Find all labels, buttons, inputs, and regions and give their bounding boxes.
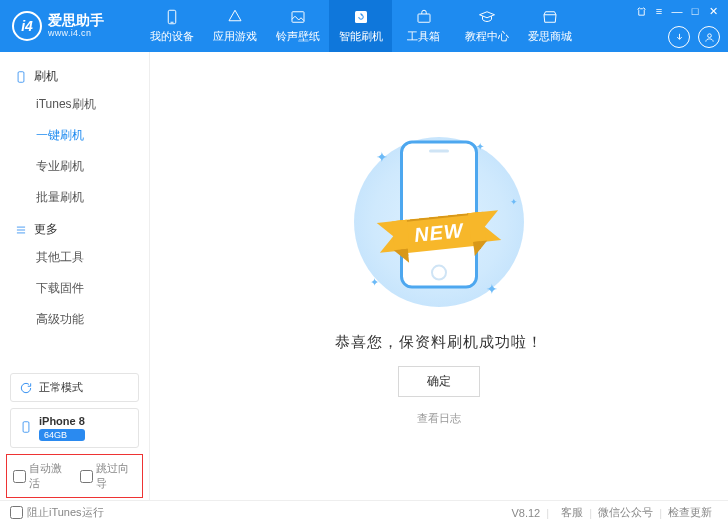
nav-tutorial[interactable]: 教程中心	[455, 0, 518, 52]
graduation-icon	[478, 8, 496, 26]
toolbox-icon	[415, 8, 433, 26]
phone-icon	[14, 70, 28, 84]
status-bar: 阻止iTunes运行 V8.12 | 客服 | 微信公众号 | 检查更新	[0, 500, 728, 524]
app-name: 爱思助手	[48, 13, 104, 28]
success-illustration: ✦✦✦✦✦ NEW	[319, 127, 559, 317]
sidebar-item-advanced[interactable]: 高级功能	[0, 304, 149, 335]
svg-rect-3	[355, 11, 367, 23]
svg-rect-4	[418, 14, 430, 22]
sidebar-item-pro[interactable]: 专业刷机	[0, 151, 149, 182]
wechat-link[interactable]: 微信公众号	[598, 505, 653, 520]
store-icon	[541, 8, 559, 26]
minimize-icon[interactable]: —	[670, 4, 684, 18]
device-name: iPhone 8	[39, 415, 85, 427]
mode-box[interactable]: 正常模式	[10, 373, 139, 402]
app-logo: i4 爱思助手 www.i4.cn	[12, 11, 140, 41]
app-url: www.i4.cn	[48, 29, 104, 39]
apps-icon	[226, 8, 244, 26]
nav-apps[interactable]: 应用游戏	[203, 0, 266, 52]
phone-icon	[19, 420, 33, 437]
title-bar: i4 爱思助手 www.i4.cn 我的设备 应用游戏 铃声壁纸 智能刷机 工具…	[0, 0, 728, 52]
sidebar-item-firmware[interactable]: 下载固件	[0, 273, 149, 304]
image-icon	[289, 8, 307, 26]
svg-rect-0	[168, 10, 176, 24]
refresh-icon	[352, 8, 370, 26]
nav-ringtone[interactable]: 铃声壁纸	[266, 0, 329, 52]
version-label: V8.12	[511, 507, 540, 519]
svg-rect-10	[23, 421, 29, 432]
maximize-icon[interactable]: □	[688, 4, 702, 18]
top-nav: 我的设备 应用游戏 铃声壁纸 智能刷机 工具箱 教程中心 爱思商城	[140, 0, 581, 52]
block-itunes-checkbox[interactable]: 阻止iTunes运行	[10, 505, 104, 520]
sidebar-item-other[interactable]: 其他工具	[0, 242, 149, 273]
menu-icon	[14, 223, 28, 237]
svg-rect-6	[18, 71, 24, 82]
sidebar: 刷机 iTunes刷机 一键刷机 专业刷机 批量刷机 更多 其他工具 下载固件 …	[0, 52, 150, 500]
options-highlight-box: 自动激活 跳过向导	[6, 454, 143, 498]
support-link[interactable]: 客服	[561, 505, 583, 520]
content-area: ✦✦✦✦✦ NEW 恭喜您，保资料刷机成功啦！ 确定 查看日志	[150, 52, 728, 500]
nav-store[interactable]: 爱思商城	[518, 0, 581, 52]
sidebar-item-itunes[interactable]: iTunes刷机	[0, 89, 149, 120]
skip-guide-checkbox[interactable]: 跳过向导	[80, 461, 137, 491]
view-log-link[interactable]: 查看日志	[417, 411, 461, 426]
success-message: 恭喜您，保资料刷机成功啦！	[335, 333, 543, 352]
confirm-button[interactable]: 确定	[398, 366, 480, 397]
nav-my-device[interactable]: 我的设备	[140, 0, 203, 52]
sidebar-group-flash: 刷机	[0, 60, 149, 89]
sidebar-group-more: 更多	[0, 213, 149, 242]
close-icon[interactable]: ✕	[706, 4, 720, 18]
nav-toolbox[interactable]: 工具箱	[392, 0, 455, 52]
update-link[interactable]: 检查更新	[668, 505, 712, 520]
svg-point-5	[707, 33, 711, 37]
download-icon[interactable]	[668, 26, 690, 48]
phone-icon	[163, 8, 181, 26]
logo-icon: i4	[12, 11, 42, 41]
user-icon[interactable]	[698, 26, 720, 48]
device-box[interactable]: iPhone 8 64GB	[10, 408, 139, 448]
storage-badge: 64GB	[39, 429, 85, 441]
reload-icon	[19, 381, 33, 395]
auto-activate-checkbox[interactable]: 自动激活	[13, 461, 70, 491]
skin-icon[interactable]	[634, 4, 648, 18]
menu-icon[interactable]: ≡	[652, 4, 666, 18]
sidebar-item-batch[interactable]: 批量刷机	[0, 182, 149, 213]
sidebar-item-oneclick[interactable]: 一键刷机	[0, 120, 149, 151]
window-controls: ≡ — □ ✕	[634, 4, 720, 48]
nav-flash[interactable]: 智能刷机	[329, 0, 392, 52]
